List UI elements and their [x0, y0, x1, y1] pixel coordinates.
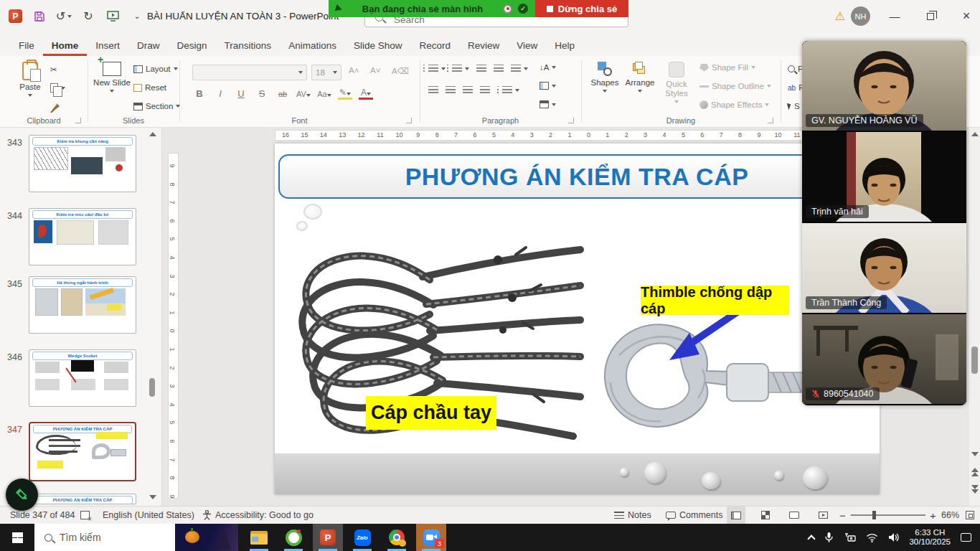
shape-outline-button[interactable]: Shape Outline: [699, 82, 771, 90]
previous-slide-icon2[interactable]: [971, 472, 979, 476]
close-button[interactable]: ×: [953, 0, 980, 32]
drawing-dialog-launcher[interactable]: [768, 118, 773, 123]
ribbon-tab-review[interactable]: Review: [459, 36, 508, 56]
ribbon-tab-home[interactable]: Home: [43, 36, 88, 56]
thumb-scroll-thumb[interactable]: [149, 378, 155, 397]
format-painter-button[interactable]: [50, 103, 60, 113]
zoom-in-button[interactable]: +: [930, 507, 936, 524]
italic-button[interactable]: I: [213, 88, 227, 99]
comments-button[interactable]: Comments: [666, 507, 722, 524]
text-shadow-button[interactable]: ab: [275, 90, 290, 98]
zoom-percentage[interactable]: 66%: [941, 507, 959, 524]
ribbon-tab-design[interactable]: Design: [169, 36, 216, 56]
slide-thumbnail-346[interactable]: Wedge Socket: [29, 349, 136, 407]
stop-share-button[interactable]: Dừng chia sẻ: [535, 0, 628, 17]
align-text-button[interactable]: [540, 82, 556, 90]
shapes-button[interactable]: Shapes: [588, 62, 621, 93]
reading-view-button[interactable]: [785, 507, 804, 524]
annotation-pen-button[interactable]: [6, 479, 38, 511]
minimize-button[interactable]: —: [882, 0, 907, 32]
ribbon-tab-insert[interactable]: Insert: [87, 36, 128, 56]
slide-thumbnail-34[interactable]: PHƯƠNG ÁN KIỂM TRA CÁP: [29, 494, 136, 504]
reset-button[interactable]: Reset: [133, 83, 166, 92]
align-right-button[interactable]: [463, 86, 473, 94]
layout-button[interactable]: Layout: [133, 65, 178, 73]
video-tile-4[interactable]: 8960541040: [802, 314, 966, 404]
microphone-icon[interactable]: [824, 532, 834, 543]
speaker-icon[interactable]: [888, 532, 899, 542]
taskbar-icon-file-explorer[interactable]: [244, 524, 274, 551]
text-direction-button[interactable]: ↓A: [540, 63, 556, 72]
font-color-button[interactable]: A: [359, 88, 373, 100]
highlight-color-button[interactable]: ✎: [338, 88, 352, 100]
quick-styles-button[interactable]: Quick Styles: [660, 62, 693, 103]
ribbon-tab-slide-show[interactable]: Slide Show: [345, 36, 411, 56]
find-button[interactable]: F: [788, 65, 803, 73]
editor-vertical-scrollbar[interactable]: [968, 128, 980, 506]
powerpoint-app-icon[interactable]: P: [9, 9, 22, 23]
clear-formatting-button[interactable]: A⌫: [392, 66, 409, 76]
slide-title-box[interactable]: PHƯƠNG ÁN KIỂM TRA CÁP: [278, 154, 875, 199]
zoom-out-button[interactable]: −: [839, 507, 846, 524]
justify-button[interactable]: [480, 86, 490, 94]
accessibility-status[interactable]: Accessibility: Good to go: [215, 507, 314, 524]
tray-expand-icon[interactable]: [808, 534, 816, 542]
ribbon-tab-file[interactable]: File: [10, 36, 43, 56]
bold-button[interactable]: B: [192, 88, 207, 99]
slide-thumbnail-343[interactable]: Kiểm tra khung cần nâng: [29, 135, 136, 192]
paragraph-dialog-launcher[interactable]: [568, 118, 574, 123]
slide-sorter-view-button[interactable]: [756, 507, 775, 524]
undo-icon[interactable]: ↺: [57, 9, 71, 24]
decrease-indent-button[interactable]: [476, 65, 486, 72]
slideshow-view-button[interactable]: [814, 507, 832, 524]
wifi-icon[interactable]: [866, 533, 878, 542]
slide-thumbnail-347[interactable]: PHƯƠNG ÁN KIỂM TRA CÁP: [29, 422, 136, 481]
start-slideshow-icon[interactable]: [105, 9, 120, 24]
font-size-combo[interactable]: 18: [311, 65, 341, 80]
new-slide-button[interactable]: New Slide: [93, 62, 131, 93]
restore-button[interactable]: [918, 0, 943, 32]
fit-slide-button[interactable]: [966, 507, 974, 524]
slide-canvas[interactable]: PHƯƠNG ÁN KIỂM TRA CÁP: [275, 143, 880, 494]
ribbon-tab-animations[interactable]: Animations: [280, 36, 345, 56]
ribbon-tab-transitions[interactable]: Transitions: [216, 36, 281, 56]
taskbar-icon-chrome-browser[interactable]: [382, 524, 412, 551]
ribbon-tab-record[interactable]: Record: [410, 36, 459, 56]
slide-thumbnail-344[interactable]: Kiểm tra móc cẩu/ đầu bò: [29, 208, 136, 265]
normal-view-button[interactable]: [727, 507, 745, 524]
cap-label[interactable]: Cáp chầu tay: [366, 396, 496, 430]
align-left-button[interactable]: [428, 86, 438, 94]
bullets-button[interactable]: [428, 65, 446, 72]
video-tile-3[interactable]: Trần Thành Công: [802, 223, 966, 313]
arrange-button[interactable]: Arrange: [623, 62, 657, 93]
line-spacing-button[interactable]: [511, 65, 528, 72]
account-avatar[interactable]: NH: [851, 6, 870, 26]
grow-font-button[interactable]: A˄: [349, 66, 359, 75]
redo-icon[interactable]: ↻: [81, 9, 95, 24]
zoom-slider-thumb[interactable]: [872, 511, 876, 519]
taskbar-icon-zoom-app[interactable]: 3: [416, 524, 446, 551]
scroll-up-icon[interactable]: [971, 132, 979, 136]
scroll-down-icon[interactable]: [971, 452, 979, 456]
shape-effects-button[interactable]: Shape Effects: [699, 100, 769, 109]
video-tile-1[interactable]: GV. NGUYỄN HOÀNG VŨ: [802, 41, 966, 131]
scroll-thumb[interactable]: [971, 347, 978, 374]
font-name-combo[interactable]: [192, 65, 307, 80]
video-tile-2[interactable]: Trịnh văn hải: [802, 132, 966, 222]
taskbar-clock[interactable]: 6:33 CH 30/10/2025: [909, 528, 951, 547]
taskbar-icon-zalo-app[interactable]: Zalo: [347, 524, 377, 551]
notes-button[interactable]: Notes: [614, 507, 651, 524]
section-button[interactable]: Section: [133, 102, 180, 110]
font-dialog-launcher[interactable]: [406, 118, 412, 123]
copy-button[interactable]: [50, 83, 65, 93]
taskbar-icon-powerpoint-app[interactable]: P: [313, 524, 343, 551]
select-button[interactable]: S: [788, 102, 800, 110]
numbering-button[interactable]: [452, 65, 469, 72]
underline-button[interactable]: U: [234, 88, 248, 99]
customize-qat-icon[interactable]: ⌄: [130, 9, 144, 24]
spellcheck-icon[interactable]: [80, 507, 90, 524]
convert-smartart-button[interactable]: [540, 100, 556, 108]
ribbon-tab-view[interactable]: View: [508, 36, 546, 56]
character-spacing-button[interactable]: AV: [296, 90, 311, 98]
warning-icon[interactable]: ⚠: [831, 0, 849, 32]
